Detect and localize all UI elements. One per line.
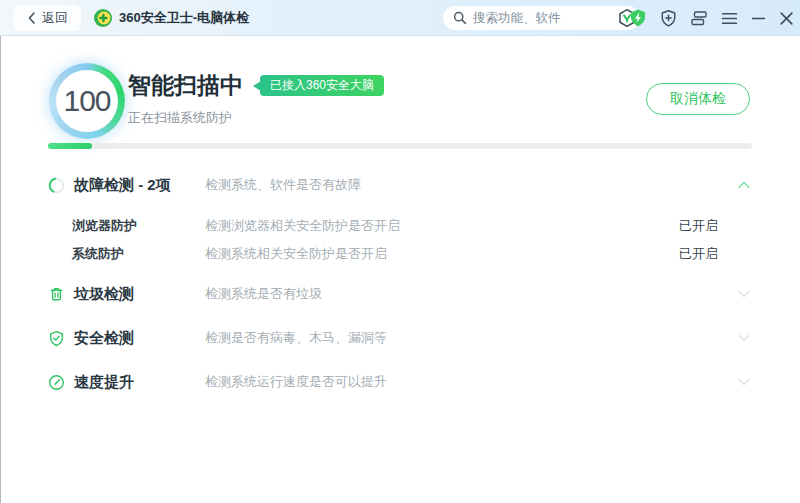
subitem-status: 已开启 xyxy=(679,217,718,235)
main-menu-icon[interactable] xyxy=(720,9,739,28)
brain-badge: 已接入360安全大脑 xyxy=(260,75,384,96)
add-protection-icon[interactable] xyxy=(659,9,678,28)
scan-progress-bar xyxy=(48,143,752,149)
scan-category-speed[interactable]: 速度提升 检测系统运行速度是否可以提升 xyxy=(48,360,752,404)
search-input[interactable]: 搜索功能、软件 xyxy=(443,6,640,30)
subitem-desc: 检测系统相关安全防护是否开启 xyxy=(205,245,679,263)
scan-category-security[interactable]: 安全检测 检测是否有病毒、木马、漏洞等 xyxy=(48,316,752,360)
subitem-label: 系统防护 xyxy=(72,245,205,263)
app-title: 360安全卫士-电脑体检 xyxy=(119,9,249,27)
search-placeholder: 搜索功能、软件 xyxy=(473,10,617,27)
scan-list: 故障检测 - 2项 检测系统、软件是否有故障 浏览器防护 检测浏览器相关安全防护… xyxy=(48,163,752,404)
app-logo-icon xyxy=(94,9,112,27)
trash-icon xyxy=(48,286,65,303)
back-button[interactable]: 返回 xyxy=(14,5,81,31)
fault-subitems: 浏览器防护 检测浏览器相关安全防护是否开启 已开启 系统防护 检测系统相关安全防… xyxy=(48,212,752,268)
subitem-desc: 检测浏览器相关安全防护是否开启 xyxy=(205,217,679,235)
gauge-icon xyxy=(48,374,65,391)
chevron-down-icon[interactable] xyxy=(736,374,752,390)
subitem-label: 浏览器防护 xyxy=(72,217,205,235)
shield-check-icon xyxy=(48,330,65,347)
chevron-down-icon[interactable] xyxy=(736,330,752,346)
titlebar: 返回 360安全卫士-电脑体检 搜索功能、软件 xyxy=(0,0,800,36)
app-window: 返回 360安全卫士-电脑体检 搜索功能、软件 xyxy=(0,0,800,503)
category-label: 安全检测 xyxy=(74,329,205,348)
scan-score: 100 xyxy=(63,84,110,118)
category-desc: 检测系统运行速度是否可以提升 xyxy=(205,373,736,391)
cancel-scan-button[interactable]: 取消体检 xyxy=(646,83,750,115)
back-label: 返回 xyxy=(42,9,68,27)
scan-subitem-browser: 浏览器防护 检测浏览器相关安全防护是否开启 已开启 xyxy=(48,212,752,240)
scan-score-ring: 100 xyxy=(49,63,125,139)
scan-category-fault[interactable]: 故障检测 - 2项 检测系统、软件是否有故障 xyxy=(48,163,752,207)
scan-status-text: 正在扫描系统防护 xyxy=(128,109,384,127)
window-mode-icon[interactable] xyxy=(689,8,709,28)
scan-progress-fill xyxy=(48,143,92,149)
subitem-status: 已开启 xyxy=(679,245,718,263)
protection-shield-icon[interactable] xyxy=(628,8,648,28)
category-label: 垃圾检测 xyxy=(74,285,205,304)
minimize-button[interactable] xyxy=(750,10,767,27)
close-button[interactable] xyxy=(778,10,795,27)
spinner-icon xyxy=(48,177,65,194)
chevron-up-icon[interactable] xyxy=(736,177,752,193)
search-icon xyxy=(453,11,467,25)
scan-subitem-system: 系统防护 检测系统相关安全防护是否开启 已开启 xyxy=(48,240,752,268)
hero-text: 智能扫描中 已接入360安全大脑 正在扫描系统防护 xyxy=(128,73,384,127)
scan-category-trash[interactable]: 垃圾检测 检测系统是否有垃圾 xyxy=(48,272,752,316)
category-desc: 检测系统、软件是否有故障 xyxy=(205,176,736,194)
chevron-left-icon xyxy=(27,11,36,25)
page-title: 智能扫描中 xyxy=(128,73,243,98)
chevron-down-icon[interactable] xyxy=(736,286,752,302)
category-label: 故障检测 - 2项 xyxy=(74,176,205,195)
titlebar-actions xyxy=(628,0,795,36)
category-label: 速度提升 xyxy=(74,373,205,392)
category-desc: 检测是否有病毒、木马、漏洞等 xyxy=(205,329,736,347)
category-desc: 检测系统是否有垃圾 xyxy=(205,285,736,303)
